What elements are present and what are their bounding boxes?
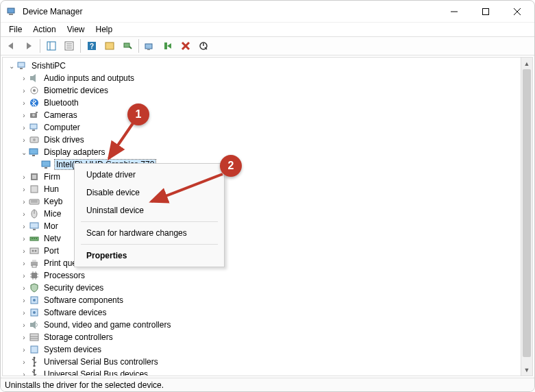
scroll-thumb[interactable] — [523, 69, 531, 357]
expand-icon[interactable]: › — [19, 75, 29, 82]
bluetooth-icon — [29, 97, 40, 108]
expand-icon[interactable]: › — [19, 198, 29, 206]
tree-item-display-adapters[interactable]: ⌄Display adapters — [3, 146, 532, 158]
tree-item-label: Display adapters — [42, 147, 106, 157]
tree-item-audio-inputs-and-outputs[interactable]: ›Audio inputs and outputs — [3, 72, 532, 84]
tree-item-label: Audio inputs and outputs — [42, 73, 136, 83]
expand-icon[interactable]: › — [19, 358, 29, 366]
tree-item-universal-serial-bus-dev[interactable]: ›Universal Serial Bus devices — [3, 368, 532, 376]
menu-action[interactable]: Action — [27, 23, 61, 36]
svg-point-55 — [35, 250, 37, 252]
back-button[interactable] — [3, 38, 19, 54]
tree-item-label: Firm — [42, 172, 62, 182]
tree-item-cameras[interactable]: ›Cameras — [3, 109, 532, 121]
update-driver-button[interactable] — [142, 38, 158, 54]
tree-item-label: Hun — [42, 184, 60, 194]
svg-rect-23 — [20, 68, 23, 69]
ctx-separator — [81, 244, 218, 245]
scroll-up-icon[interactable]: ▲ — [521, 58, 532, 69]
expand-icon[interactable]: › — [19, 99, 29, 107]
scroll-down-icon[interactable]: ▼ — [521, 364, 532, 376]
expand-icon[interactable]: › — [19, 297, 29, 304]
help-button[interactable]: ? — [84, 38, 100, 54]
ctx-update-driver[interactable]: Update driver — [77, 166, 222, 184]
expand-icon[interactable]: › — [19, 173, 29, 181]
tree-item-root[interactable]: ⌄SrishtiPC — [3, 60, 532, 72]
disable-device-button[interactable] — [195, 38, 212, 54]
tree-item-biometric-devices[interactable]: ›Biometric devices — [3, 84, 532, 97]
display-icon — [41, 159, 52, 170]
uninstall-device-button[interactable] — [177, 38, 194, 54]
svg-rect-32 — [32, 130, 35, 131]
software-icon — [29, 307, 40, 318]
action-button[interactable] — [101, 38, 118, 54]
tree-item-security-devices[interactable]: ›Security devices — [3, 282, 532, 294]
show-hide-console-button[interactable] — [43, 38, 60, 54]
hid-icon — [29, 184, 40, 195]
tree-item-processors[interactable]: ›Processors — [3, 269, 532, 282]
tree-item-disk-drives[interactable]: ›Disk drives — [3, 134, 532, 146]
svg-rect-3 — [483, 8, 489, 14]
scan-hardware-button[interactable] — [119, 38, 136, 54]
tree-item-system-devices[interactable]: ›System devices — [3, 343, 532, 356]
vertical-scrollbar[interactable]: ▲ ▼ — [521, 58, 532, 376]
svg-point-54 — [32, 250, 34, 252]
menu-help[interactable]: Help — [90, 23, 119, 36]
tree-item-software-devices[interactable]: ›Software devices — [3, 306, 532, 319]
expand-icon[interactable]: › — [19, 235, 29, 243]
svg-point-51 — [34, 238, 35, 239]
tree-item-computer[interactable]: ›Computer — [3, 121, 532, 134]
tree-item-label: Software devices — [42, 308, 108, 317]
expand-icon[interactable]: › — [19, 272, 29, 280]
svg-rect-14 — [105, 42, 114, 49]
tree-item-storage-controllers[interactable]: ›Storage controllers — [3, 331, 532, 343]
expand-icon[interactable]: › — [19, 186, 29, 193]
expand-icon[interactable]: › — [19, 112, 29, 119]
window-title: Device Manager — [23, 7, 438, 16]
enable-device-button[interactable] — [160, 38, 176, 54]
tree-item-universal-serial-bus-con[interactable]: ›Universal Serial Bus controllers — [3, 356, 532, 368]
minimize-button[interactable] — [438, 1, 470, 22]
menu-view[interactable]: View — [62, 23, 90, 36]
maximize-button[interactable] — [470, 1, 501, 22]
tree-item-label: Bluetooth — [42, 98, 80, 108]
forward-button[interactable] — [21, 38, 37, 54]
biometric-icon — [29, 85, 40, 96]
tree-item-label: Mor — [42, 221, 60, 231]
expand-icon[interactable]: › — [19, 284, 29, 292]
svg-rect-48 — [33, 229, 36, 230]
ctx-disable-device[interactable]: Disable device — [77, 184, 222, 201]
expand-icon[interactable]: › — [19, 260, 29, 267]
tree-item-sound-video-and-game-con[interactable]: ›Sound, video and game controllers — [3, 319, 532, 331]
software-icon — [29, 295, 40, 306]
menu-file[interactable]: File — [3, 23, 27, 36]
properties-button[interactable] — [61, 38, 77, 54]
collapse-icon[interactable]: ⌄ — [19, 149, 29, 156]
close-button[interactable] — [501, 1, 533, 22]
expand-icon[interactable]: › — [19, 210, 29, 218]
svg-rect-38 — [45, 167, 47, 169]
processor-icon — [29, 270, 40, 281]
expand-icon[interactable]: › — [19, 87, 29, 95]
expand-icon[interactable]: › — [19, 371, 29, 376]
svg-point-79 — [34, 369, 36, 371]
expand-icon[interactable]: › — [19, 247, 29, 255]
ctx-uninstall-device[interactable]: Uninstall device — [77, 201, 222, 219]
tree-item-software-components[interactable]: ›Software components — [3, 294, 532, 306]
expand-icon[interactable]: › — [19, 223, 29, 230]
expand-icon[interactable]: › — [19, 346, 29, 354]
tree-item-label: Biometric devices — [42, 86, 110, 95]
expand-icon[interactable]: › — [19, 309, 29, 317]
svg-point-77 — [34, 357, 36, 359]
tree-item-bluetooth[interactable]: ›Bluetooth — [3, 97, 532, 109]
ctx-properties[interactable]: Properties — [77, 247, 222, 265]
expand-icon[interactable]: › — [19, 321, 29, 329]
toolbar-separator — [80, 39, 81, 53]
svg-point-34 — [33, 138, 36, 141]
expand-icon[interactable]: › — [19, 124, 29, 132]
collapse-icon[interactable]: ⌄ — [7, 62, 16, 70]
expand-icon[interactable]: › — [19, 334, 29, 341]
expand-icon[interactable]: › — [19, 136, 29, 144]
ctx-scan-hardware[interactable]: Scan for hardware changes — [77, 224, 222, 242]
tree-item-label: Storage controllers — [42, 332, 114, 342]
